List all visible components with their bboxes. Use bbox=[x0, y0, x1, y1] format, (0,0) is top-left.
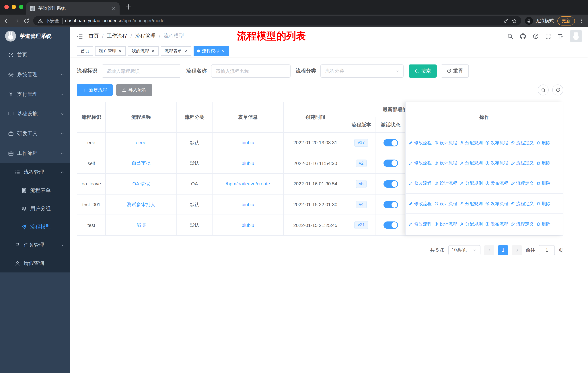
create-process-button[interactable]: 新建流程 bbox=[77, 84, 113, 96]
address-bar[interactable]: 不安全 dashboard.yudao.iocoder.cn/bpm/manag… bbox=[33, 16, 521, 26]
action-delete[interactable]: 删除 bbox=[536, 140, 550, 146]
action-definition[interactable]: 流程定义 bbox=[511, 201, 534, 207]
activation-toggle[interactable] bbox=[383, 139, 398, 146]
action-delete[interactable]: 删除 bbox=[536, 160, 550, 166]
github-icon[interactable] bbox=[519, 33, 526, 40]
import-process-button[interactable]: 导入流程 bbox=[116, 84, 152, 96]
sidebar-item-devtools[interactable]: 研发工具 bbox=[0, 124, 70, 143]
action-modify[interactable]: 修改流程 bbox=[409, 140, 432, 146]
action-publish[interactable]: 发布流程 bbox=[485, 140, 508, 146]
page-size-select[interactable]: 10条/页 bbox=[448, 245, 481, 255]
header-search-icon[interactable] bbox=[507, 33, 513, 39]
tag-tenant[interactable]: 租户管理 bbox=[95, 46, 126, 56]
process-name-link[interactable]: 滔博 bbox=[136, 222, 146, 228]
browser-menu-icon[interactable] bbox=[578, 18, 584, 24]
action-delete[interactable]: 删除 bbox=[536, 221, 550, 227]
minimize-window-button[interactable] bbox=[12, 5, 16, 9]
forward-icon[interactable] bbox=[13, 18, 20, 24]
activation-toggle[interactable] bbox=[383, 201, 398, 208]
filter-key-input[interactable] bbox=[102, 64, 181, 78]
action-design[interactable]: 设计流程 bbox=[434, 180, 457, 186]
sidebar-item-system[interactable]: 系统管理 bbox=[0, 65, 70, 84]
next-page-button[interactable] bbox=[512, 245, 522, 255]
fullscreen-icon[interactable] bbox=[545, 33, 551, 39]
sidebar-item-user-group[interactable]: 用户分组 bbox=[0, 200, 70, 218]
action-design[interactable]: 设计流程 bbox=[434, 160, 457, 166]
action-design[interactable]: 设计流程 bbox=[434, 221, 457, 227]
help-icon[interactable] bbox=[533, 33, 539, 39]
activation-toggle[interactable] bbox=[383, 160, 398, 167]
action-definition[interactable]: 流程定义 bbox=[511, 140, 534, 146]
browser-update-button[interactable]: 更新 bbox=[557, 16, 575, 25]
close-icon[interactable] bbox=[118, 49, 122, 53]
sidebar-item-process-manage[interactable]: 流程管理 bbox=[0, 163, 70, 181]
action-publish[interactable]: 发布流程 bbox=[485, 201, 508, 207]
action-definition[interactable]: 流程定义 bbox=[511, 221, 534, 227]
action-definition[interactable]: 流程定义 bbox=[511, 160, 534, 166]
action-assign[interactable]: 分配规则 bbox=[460, 140, 483, 146]
breadcrumb-item[interactable]: 流程管理 bbox=[135, 33, 156, 39]
breadcrumb-item[interactable]: 工作流程 bbox=[107, 33, 127, 39]
prev-page-button[interactable] bbox=[484, 245, 494, 255]
close-icon[interactable] bbox=[184, 49, 188, 53]
action-assign[interactable]: 分配规则 bbox=[460, 201, 483, 207]
process-name-link[interactable]: 测试多审批人 bbox=[127, 201, 155, 208]
tag-process-model[interactable]: 流程模型 bbox=[194, 46, 229, 56]
sidebar-item-leave-query[interactable]: 请假查询 bbox=[0, 254, 70, 272]
action-modify[interactable]: 修改流程 bbox=[409, 160, 432, 166]
goto-page-input[interactable] bbox=[539, 245, 555, 255]
action-modify[interactable]: 修改流程 bbox=[409, 201, 432, 207]
search-button[interactable]: 搜索 bbox=[409, 64, 437, 78]
close-icon[interactable] bbox=[221, 49, 225, 53]
action-delete[interactable]: 删除 bbox=[536, 201, 550, 207]
process-name-link[interactable]: eeee bbox=[136, 140, 146, 146]
activation-toggle[interactable] bbox=[383, 180, 398, 188]
action-assign[interactable]: 分配规则 bbox=[460, 221, 483, 227]
password-key-icon[interactable] bbox=[504, 18, 509, 23]
back-icon[interactable] bbox=[4, 18, 10, 24]
action-design[interactable]: 设计流程 bbox=[434, 201, 457, 207]
bookmark-star-icon[interactable] bbox=[511, 18, 517, 23]
current-page-button[interactable]: 1 bbox=[498, 245, 508, 255]
action-publish[interactable]: 发布流程 bbox=[485, 160, 508, 166]
activation-toggle[interactable] bbox=[383, 222, 398, 229]
tab-close-icon[interactable] bbox=[110, 6, 116, 11]
refresh-table-button[interactable] bbox=[552, 84, 563, 95]
user-avatar[interactable] bbox=[570, 30, 582, 42]
sidebar-item-payment[interactable]: 支付管理 bbox=[0, 84, 70, 104]
form-info-link[interactable]: biubiu bbox=[242, 202, 254, 207]
tag-process-form[interactable]: 流程表单 bbox=[161, 46, 191, 56]
sidebar-item-workflow[interactable]: 工作流程 bbox=[0, 143, 70, 163]
action-assign[interactable]: 分配规则 bbox=[460, 180, 483, 186]
action-publish[interactable]: 发布流程 bbox=[485, 180, 508, 186]
sidebar-item-home[interactable]: 首页 bbox=[0, 45, 70, 65]
form-info-link[interactable]: biubiu bbox=[242, 161, 254, 166]
font-size-icon[interactable] bbox=[557, 33, 564, 39]
breadcrumb-item[interactable]: 首页 bbox=[89, 33, 99, 39]
action-assign[interactable]: 分配规则 bbox=[460, 160, 483, 166]
new-tab-button[interactable] bbox=[123, 1, 134, 12]
sidebar-item-process-form[interactable]: 流程表单 bbox=[0, 181, 70, 200]
action-definition[interactable]: 流程定义 bbox=[511, 180, 534, 186]
filter-category-select[interactable]: 流程分类 bbox=[320, 64, 404, 78]
tag-home[interactable]: 首页 bbox=[77, 46, 93, 56]
action-delete[interactable]: 删除 bbox=[536, 180, 550, 186]
close-window-button[interactable] bbox=[4, 5, 9, 9]
process-name-link[interactable]: OA 请假 bbox=[132, 181, 150, 187]
action-design[interactable]: 设计流程 bbox=[434, 140, 457, 146]
toggle-search-button[interactable] bbox=[538, 84, 549, 95]
browser-tab[interactable]: 芋道管理系统 bbox=[26, 2, 120, 15]
reset-button[interactable]: 重置 bbox=[441, 64, 469, 78]
action-modify[interactable]: 修改流程 bbox=[409, 180, 432, 186]
zoom-window-button[interactable] bbox=[19, 5, 23, 9]
form-info-link[interactable]: biubiu bbox=[242, 140, 254, 146]
sidebar-item-infrastructure[interactable]: 基础设施 bbox=[0, 104, 70, 124]
filter-name-input[interactable] bbox=[211, 64, 291, 78]
process-name-link[interactable]: 自己审批 bbox=[132, 160, 151, 167]
action-publish[interactable]: 发布流程 bbox=[485, 221, 508, 227]
action-modify[interactable]: 修改流程 bbox=[409, 221, 432, 227]
form-info-link[interactable]: biubiu bbox=[242, 222, 254, 228]
sidebar-collapse-icon[interactable] bbox=[76, 33, 83, 40]
tag-my-process[interactable]: 我的流程 bbox=[128, 46, 158, 56]
sidebar-item-task-manage[interactable]: 任务管理 bbox=[0, 236, 70, 254]
